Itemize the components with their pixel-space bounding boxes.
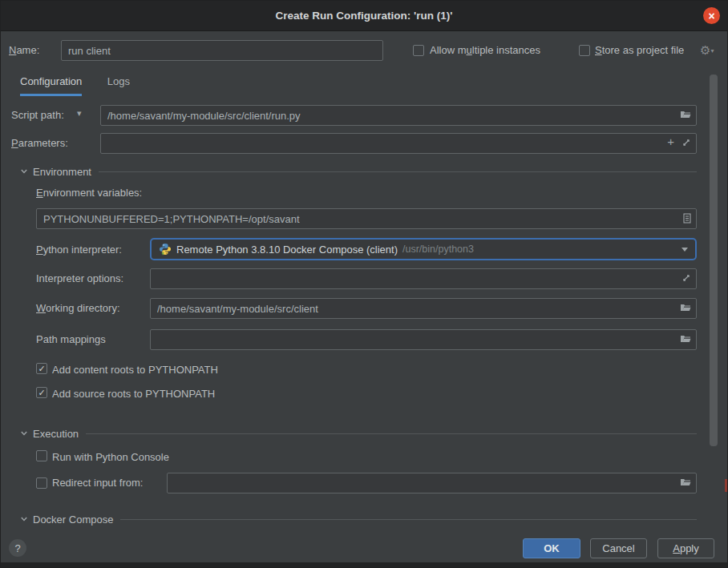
expand-icon[interactable]: [681, 138, 691, 147]
tab-configuration[interactable]: Configuration: [20, 75, 82, 96]
run-console-label: Run with Python Console: [52, 451, 169, 463]
apply-button[interactable]: Apply: [657, 538, 714, 558]
folder-icon[interactable]: [680, 477, 691, 487]
parameters-label: Parameters:: [11, 137, 68, 149]
run-console-checkbox[interactable]: [36, 450, 47, 461]
chevron-down-icon: [20, 515, 28, 523]
env-vars-input[interactable]: [36, 208, 697, 229]
working-directory-row: Working directory:: [1, 298, 727, 319]
allow-multiple-checkbox[interactable]: [413, 45, 424, 56]
interpreter-options-input[interactable]: [150, 268, 697, 289]
window-bottom-edge: [1, 562, 727, 567]
path-mappings-input[interactable]: [150, 329, 697, 350]
parameters-field-wrap: +: [100, 133, 697, 154]
script-path-row: Script path: ▾: [1, 105, 727, 126]
run-console-row: Run with Python Console: [1, 449, 727, 464]
script-path-label: Script path:: [11, 109, 64, 121]
path-mappings-row: Path mappings: [1, 329, 727, 350]
tab-bar: Configuration Logs: [20, 74, 152, 96]
scrollbar-thumb[interactable]: [710, 75, 718, 446]
store-project-checkbox[interactable]: [579, 45, 590, 56]
env-vars-label: Environment variables:: [36, 187, 142, 199]
insert-macro-icon[interactable]: +: [667, 135, 674, 147]
environment-section-header[interactable]: Environment: [20, 164, 697, 179]
source-roots-label: Add source roots to PYTHONPATH: [52, 388, 215, 400]
browse-variables-icon[interactable]: [683, 213, 691, 224]
help-button[interactable]: ?: [9, 539, 26, 557]
redirect-field-wrap: [167, 473, 697, 493]
folder-icon[interactable]: [680, 303, 691, 312]
section-divider: [86, 433, 697, 434]
name-label: Name:: [9, 44, 39, 56]
titlebar: Create Run Configuration: 'run (1)' ×: [1, 1, 727, 31]
content-roots-label: Add content roots to PYTHONPATH: [52, 364, 218, 376]
interpreter-value: Remote Python 3.8.10 Docker Compose (cli…: [176, 244, 398, 256]
redirect-input-row: Redirect input from:: [1, 473, 727, 493]
python-icon: [159, 243, 172, 256]
environment-section-title: Environment: [33, 166, 91, 178]
source-roots-row: ✓ Add source roots to PYTHONPATH: [1, 386, 727, 401]
working-directory-field-wrap: [150, 298, 697, 319]
interpreter-options-field-wrap: [150, 268, 697, 289]
folder-icon[interactable]: [680, 110, 691, 119]
parameters-input[interactable]: [100, 133, 697, 154]
cancel-button[interactable]: Cancel: [590, 538, 647, 558]
interpreter-options-label: Interpreter options:: [36, 272, 123, 284]
gear-icon[interactable]: ⚙▾: [700, 44, 714, 56]
script-path-dropdown-icon[interactable]: ▾: [77, 108, 82, 119]
store-project-label: Store as project file: [595, 44, 684, 56]
content-roots-checkbox[interactable]: ✓: [36, 363, 47, 374]
source-roots-checkbox[interactable]: ✓: [36, 387, 47, 398]
ok-button[interactable]: OK: [523, 538, 580, 558]
redirect-checkbox[interactable]: [36, 477, 47, 489]
combo-arrow-icon: [681, 248, 688, 252]
name-row: Name: Allow multiple instances Store as …: [1, 40, 727, 61]
docker-compose-section-title: Docker Compose: [33, 514, 113, 526]
close-icon[interactable]: ×: [703, 7, 720, 24]
env-vars-row: [1, 208, 727, 229]
interpreter-combobox[interactable]: Remote Python 3.8.10 Docker Compose (cli…: [150, 238, 697, 260]
section-divider: [120, 519, 697, 520]
interpreter-label: Python interpreter:: [36, 244, 122, 256]
dialog-title: Create Run Configuration: 'run (1)': [276, 10, 453, 22]
docker-compose-section-header[interactable]: Docker Compose: [20, 512, 697, 526]
script-path-field-wrap: [100, 105, 697, 126]
execution-section-title: Execution: [33, 428, 79, 440]
path-mappings-label: Path mappings: [36, 333, 106, 345]
working-directory-label: Working directory:: [36, 302, 120, 314]
run-configuration-dialog: Create Run Configuration: 'run (1)' × Na…: [0, 0, 728, 568]
execution-section-header[interactable]: Execution: [20, 426, 697, 441]
chevron-down-icon: [20, 429, 28, 437]
allow-multiple-label: Allow multiple instances: [430, 44, 540, 56]
interpreter-path: /usr/bin/python3: [402, 244, 474, 255]
script-path-input[interactable]: [100, 105, 697, 126]
redirect-input[interactable]: [167, 473, 697, 493]
path-mappings-field-wrap: [150, 329, 697, 350]
tab-logs[interactable]: Logs: [107, 75, 130, 94]
expand-icon[interactable]: [681, 273, 691, 283]
interpreter-options-row: Interpreter options:: [1, 268, 727, 289]
name-input[interactable]: [61, 40, 383, 61]
interpreter-row: Python interpreter: Remote Python 3.8.10…: [1, 238, 727, 260]
content-roots-row: ✓ Add content roots to PYTHONPATH: [1, 362, 727, 377]
parameters-row: Parameters: +: [1, 133, 727, 154]
env-vars-field-wrap: [36, 208, 697, 229]
background-artifact: [725, 479, 727, 492]
redirect-label: Redirect input from:: [52, 477, 143, 489]
folder-icon[interactable]: [680, 334, 691, 344]
section-divider: [99, 171, 697, 172]
chevron-down-icon: [20, 167, 28, 175]
working-directory-input[interactable]: [150, 298, 697, 319]
name-field-wrap: [61, 40, 383, 61]
